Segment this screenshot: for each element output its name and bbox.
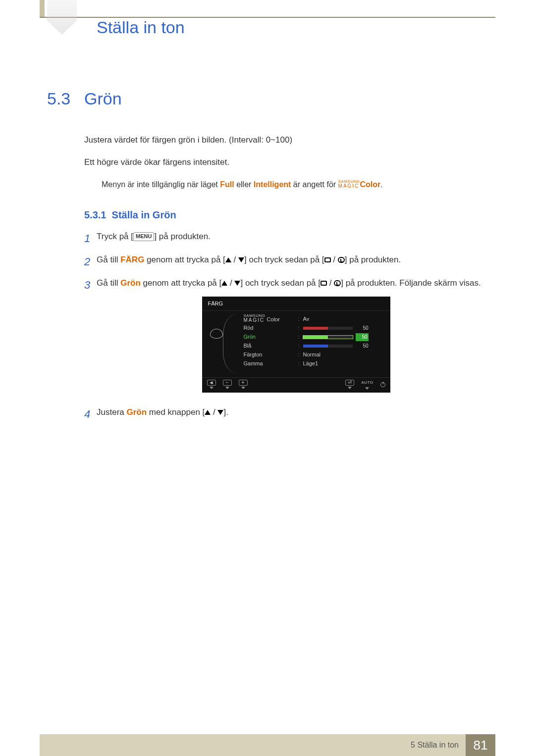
osd-slider-blue bbox=[303, 345, 353, 348]
palette-icon bbox=[210, 329, 223, 339]
osd-body: SAMSUNGMAGIC Color : Av Röd : 50 bbox=[202, 311, 390, 377]
step-2-number: 2 bbox=[84, 253, 97, 270]
subsection-heading: 5.3.1 Ställa in Grön bbox=[84, 209, 495, 221]
down-arrow-icon bbox=[234, 281, 240, 286]
intro-text: Justera värdet för färgen grön i bilden.… bbox=[84, 133, 495, 169]
page-content: 5.3 Grön Justera värdet för färgen grön … bbox=[47, 89, 495, 429]
osd-label-blue: Blå bbox=[244, 342, 298, 351]
step-3-text-d: ] på produkten. Följande skärm visas. bbox=[341, 278, 481, 288]
subsection-number: 5.3.1 bbox=[84, 209, 106, 220]
note-text-a: Menyn är inte tillgänglig när läget bbox=[102, 181, 220, 189]
osd-back-icon: ◄ bbox=[207, 380, 216, 386]
menu-gron: Grön bbox=[126, 407, 147, 417]
osd-row-magiccolor: SAMSUNGMAGIC Color : Av bbox=[244, 315, 385, 324]
source-icon bbox=[324, 257, 331, 262]
menu-button-icon: MENU bbox=[133, 232, 154, 241]
osd-indicator-icon bbox=[210, 387, 214, 389]
osd-enter-icon: ⏎ bbox=[345, 380, 354, 386]
osd-bottom-bar: ◄ − + ⏎ AUTO bbox=[202, 377, 390, 393]
osd-value-blue: 50 bbox=[356, 342, 369, 350]
osd-label-tone: Färgton bbox=[244, 351, 298, 359]
osd-value-lage1: Läge1 bbox=[303, 359, 343, 368]
logo-magic: MAGIC bbox=[338, 184, 360, 188]
step-4-text-b: med knappen [ bbox=[147, 407, 205, 417]
step-2-text-d: ] på produkten. bbox=[345, 255, 401, 264]
osd-plus-icon: + bbox=[239, 380, 248, 386]
section-title: Grön bbox=[84, 89, 122, 108]
page-footer: 5 Ställa in ton 81 bbox=[40, 734, 495, 756]
osd-value-green: 50 bbox=[356, 333, 369, 341]
step-4-body: Justera Grön med knappen [ / ]. bbox=[97, 405, 495, 419]
osd-colon: : bbox=[298, 315, 303, 324]
samsung-magic-logo: SAMSUNG MAGIC bbox=[338, 180, 360, 188]
footer-chapter-label: 5 Ställa in ton bbox=[411, 734, 466, 756]
enter-icon bbox=[338, 257, 345, 263]
osd-auto-label: AUTO bbox=[361, 380, 373, 386]
osd-logo-magic: MAGIC bbox=[244, 318, 266, 322]
mode-full: Full bbox=[220, 181, 234, 189]
step-4: 4 Justera Grön med knappen [ / ]. bbox=[84, 405, 495, 423]
header-accent-strip bbox=[40, 0, 45, 17]
footer-page-number: 81 bbox=[466, 734, 495, 756]
osd-label-green: Grön bbox=[244, 333, 298, 342]
osd-title: FÄRG bbox=[202, 297, 390, 311]
step-4-text-a: Justera bbox=[97, 407, 126, 417]
availability-note: Menyn är inte tillgänglig när läget Full… bbox=[102, 180, 495, 189]
osd-row-tone: Färgton : Normal bbox=[244, 351, 385, 359]
osd-row-blue: Blå : 50 bbox=[244, 342, 385, 351]
step-1-text-b: ] på produkten. bbox=[154, 232, 210, 241]
magic-color-label: Color bbox=[360, 181, 381, 189]
step-1: 1 Tryck på [MENU] på produkten. bbox=[84, 230, 495, 247]
osd-label-gamma: Gamma bbox=[244, 359, 298, 368]
osd-label-magiccolor: SAMSUNGMAGIC Color bbox=[244, 314, 298, 324]
step-3-text-a: Gå till bbox=[97, 278, 120, 288]
osd-value-normal: Normal bbox=[303, 351, 343, 359]
step-2: 2 Gå till FÄRG genom att trycka på [ / ]… bbox=[84, 253, 495, 270]
osd-colon: : bbox=[298, 359, 303, 368]
step-3-number: 3 bbox=[84, 276, 97, 294]
step-2-text-a: Gå till bbox=[97, 255, 120, 264]
up-arrow-icon bbox=[205, 410, 211, 415]
osd-colon: : bbox=[298, 342, 303, 351]
osd-colon: : bbox=[298, 324, 303, 333]
step-4-number: 4 bbox=[84, 405, 97, 423]
mode-intelligent: Intelligent bbox=[254, 181, 291, 189]
step-2-text-b: genom att trycka på [ bbox=[144, 255, 225, 264]
down-arrow-icon bbox=[238, 257, 244, 262]
osd-row-green: Grön : 50 bbox=[244, 333, 385, 342]
osd-slider-green bbox=[303, 336, 353, 339]
osd-magic-color-text: Color bbox=[267, 317, 280, 323]
step-3-text-c: ] och tryck sedan på [ bbox=[240, 278, 321, 288]
up-arrow-icon bbox=[225, 257, 231, 262]
osd-bottom-right: ⏎ AUTO bbox=[345, 380, 385, 390]
down-arrow-icon bbox=[217, 410, 223, 415]
osd-indicator-icon bbox=[225, 387, 229, 389]
section-heading: 5.3 Grön bbox=[47, 89, 495, 108]
step-4-text-c: ]. bbox=[223, 407, 228, 417]
step-1-text-a: Tryck på [ bbox=[97, 232, 133, 241]
osd-item-list: SAMSUNGMAGIC Color : Av Röd : 50 bbox=[226, 315, 385, 368]
note-text-end: . bbox=[380, 181, 382, 189]
intro-p2: Ett högre värde ökar färgens intensitet. bbox=[84, 155, 495, 169]
step-2-text-c: ] och tryck sedan på [ bbox=[244, 255, 324, 264]
osd-menu-screenshot: FÄRG SAMSUNGMAGIC Color : bbox=[202, 297, 390, 392]
note-text-c: är angett för bbox=[293, 181, 338, 189]
chapter-tab-shape bbox=[47, 0, 77, 35]
step-3-text-b: genom att trycka på [ bbox=[141, 278, 221, 288]
osd-row-gamma: Gamma : Läge1 bbox=[244, 359, 385, 368]
osd-indicator-icon bbox=[365, 387, 369, 390]
osd-row-red: Röd : 50 bbox=[244, 324, 385, 333]
step-2-body: Gå till FÄRG genom att trycka på [ / ] o… bbox=[97, 253, 495, 266]
menu-gron: Grön bbox=[120, 278, 141, 288]
step-list: 1 Tryck på [MENU] på produkten. 2 Gå til… bbox=[84, 230, 495, 423]
osd-power-icon bbox=[380, 382, 385, 387]
osd-indicator-icon bbox=[348, 387, 352, 389]
step-3: 3 Gå till Grön genom att trycka på [ / ]… bbox=[84, 276, 495, 400]
osd-slider-red bbox=[303, 327, 353, 330]
osd-colon: : bbox=[298, 333, 303, 342]
osd-value-av: Av bbox=[303, 315, 343, 324]
step-1-number: 1 bbox=[84, 230, 97, 247]
menu-farg: FÄRG bbox=[120, 255, 144, 264]
osd-colon: : bbox=[298, 351, 303, 359]
osd-value-red: 50 bbox=[356, 324, 369, 332]
